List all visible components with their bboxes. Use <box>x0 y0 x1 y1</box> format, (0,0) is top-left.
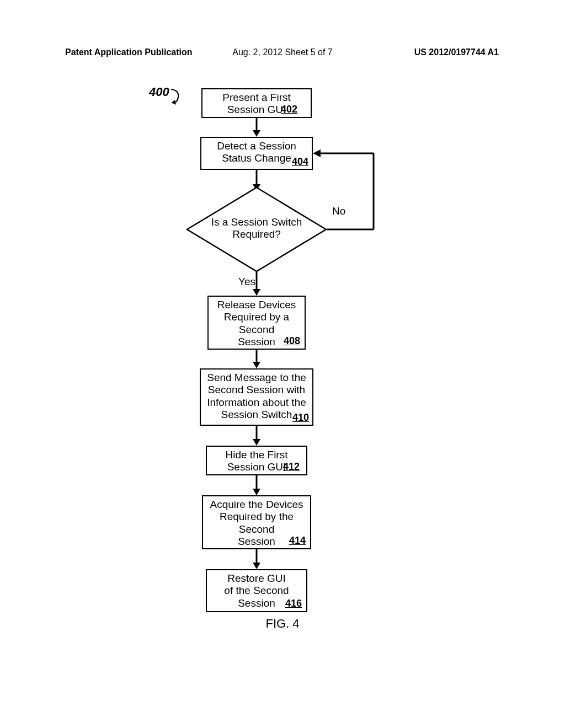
box-414: Acquire the Devices Required by the Seco… <box>202 495 311 549</box>
arrow-414-416 <box>251 549 262 569</box>
svg-marker-9 <box>313 149 321 157</box>
decision-text: Is a Session Switch Required? <box>207 216 306 241</box>
figure-caption: FIG. 4 <box>0 617 565 631</box>
svg-marker-13 <box>253 362 260 368</box>
ref-400: 400 <box>149 85 169 99</box>
box-410-ref: 410 <box>292 412 309 424</box>
svg-marker-11 <box>253 289 260 296</box>
page: Patent Application Publication Aug. 2, 2… <box>0 0 565 728</box>
arrow-412-414 <box>251 475 262 495</box>
arrow-410-412 <box>251 426 262 446</box>
svg-marker-0 <box>172 100 176 105</box>
arrow-dec-408 <box>251 271 262 296</box>
arrow-408-410 <box>251 350 262 368</box>
box-402: Present a First Session GUI 402 <box>201 88 312 118</box>
svg-marker-17 <box>253 489 260 495</box>
box-412-text: Hide the First Session GUI <box>226 449 288 473</box>
ref-400-leader-icon <box>169 88 186 109</box>
box-408: Release Devices Required by a Second Ses… <box>207 296 306 350</box>
box-416-ref: 416 <box>285 598 302 609</box>
box-412: Hide the First Session GUI 412 <box>206 446 307 475</box>
arrow-no-loop <box>312 149 383 232</box>
svg-marker-2 <box>253 130 260 137</box>
box-404-text: Detect a Session Status Change <box>217 140 296 164</box>
svg-marker-19 <box>253 563 260 569</box>
box-412-ref: 412 <box>283 461 300 473</box>
box-410: Send Message to the Second Session with … <box>200 368 313 426</box>
box-404-ref: 404 <box>292 156 308 168</box>
decision-session-switch: Is a Session Switch Required? <box>184 185 329 274</box>
box-402-ref: 402 <box>281 104 297 115</box>
header-right: US 2012/0197744 A1 <box>414 47 499 57</box>
box-414-ref: 414 <box>289 535 306 547</box>
box-408-ref: 408 <box>284 335 300 347</box>
arrow-402-404 <box>251 118 262 137</box>
svg-marker-15 <box>253 439 260 446</box>
box-416: Restore GUI of the Second Session 416 <box>206 569 307 612</box>
box-404: Detect a Session Status Change 404 <box>200 137 313 170</box>
